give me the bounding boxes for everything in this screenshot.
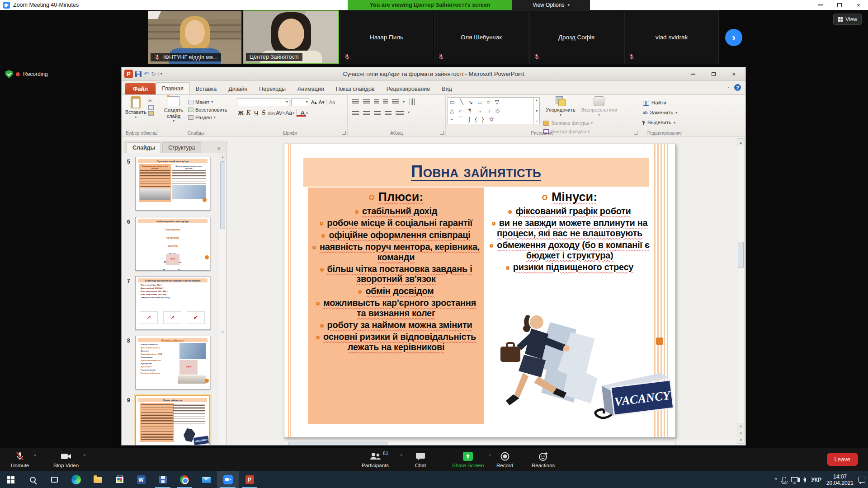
language-indicator[interactable]: УКР	[811, 477, 821, 483]
share-screen-button[interactable]: Share Screen ^	[452, 451, 484, 468]
taskbar-store[interactable]	[108, 471, 130, 488]
copy-icon[interactable]	[148, 105, 154, 110]
tray-mic-icon[interactable]	[782, 477, 786, 483]
reactions-button[interactable]: Reactions	[532, 451, 555, 468]
panel-tab-slides[interactable]: Слайды	[127, 142, 161, 153]
section-button[interactable]: Раздел▾	[188, 113, 227, 121]
quick-styles-button[interactable]: Экспресс-стили ▾	[580, 96, 618, 117]
redo-icon[interactable]: ↻	[151, 70, 156, 77]
italic-button[interactable]: К	[245, 109, 252, 117]
ppt-maximize-button[interactable]	[704, 69, 723, 79]
tab-home[interactable]: Главная	[156, 82, 190, 94]
drawing-dialog-launcher[interactable]	[634, 131, 637, 135]
tab-insert[interactable]: Вставка	[190, 83, 222, 94]
ppt-close-button[interactable]: ×	[724, 69, 743, 79]
taskbar-file-explorer[interactable]	[87, 471, 108, 488]
panel-close-icon[interactable]: ×	[214, 144, 224, 153]
plus-column[interactable]: Плюси: стабільний дохід робоче місце й с…	[308, 188, 484, 424]
stop-video-button[interactable]: Stop Video ^	[53, 451, 79, 468]
text-direction-button[interactable]	[410, 99, 415, 105]
numbering-button[interactable]	[363, 99, 370, 104]
ppt-minimize-button[interactable]	[684, 69, 703, 79]
increase-indent-button[interactable]	[383, 99, 388, 104]
minus-column[interactable]: Мінуси: фіксований графік роботи ви не з…	[488, 188, 651, 277]
undo-icon[interactable]: ↶	[144, 70, 149, 77]
line-spacing-button[interactable]	[392, 99, 399, 104]
antivirus-shield-icon[interactable]	[5, 70, 13, 78]
action-center-icon[interactable]	[859, 477, 865, 483]
slide-thumbnail-6[interactable]: Найпоширеніші типи кар'єри Корпоративна …	[135, 217, 210, 271]
leave-button[interactable]: Leave	[827, 453, 858, 466]
tab-design[interactable]: Дизайн	[222, 83, 253, 94]
hscrollbar-thumb[interactable]	[288, 442, 387, 445]
find-button[interactable]: Найти	[643, 99, 690, 107]
bold-button[interactable]: Ж	[237, 109, 245, 117]
previous-slide-button[interactable]: «	[737, 430, 744, 436]
tab-file[interactable]: Файл	[125, 83, 156, 94]
font-color-button[interactable]: A	[296, 109, 306, 117]
shapes-scrollbar[interactable]: ▲ ▼ ≡	[533, 98, 539, 124]
qat-dropdown-icon[interactable]: ▾	[158, 72, 162, 76]
columns-button[interactable]	[396, 110, 404, 115]
network-icon[interactable]	[791, 477, 798, 482]
collapse-ribbon-icon[interactable]: ›	[726, 87, 731, 88]
taskbar-save-app[interactable]	[152, 471, 174, 488]
view-layout-button[interactable]: View	[833, 14, 862, 25]
scrollbar-thumb[interactable]	[738, 242, 744, 268]
splitter-grip-icon[interactable]: ≡	[220, 329, 225, 334]
save-icon[interactable]	[135, 71, 142, 77]
grow-font-button[interactable]: A▴	[311, 99, 317, 105]
clock[interactable]: 14:07 20.04.2021	[826, 474, 854, 486]
slide-thumbnail-8[interactable]: Формати зайнятості Повна зайнятість Дист…	[135, 336, 210, 389]
slide-canvas[interactable]: Повна зайнятість Плюси: стабільний дохід…	[284, 144, 676, 438]
format-painter-icon[interactable]	[148, 111, 154, 116]
arrange-button[interactable]: Упорядочить ▾	[544, 96, 577, 117]
taskbar-chrome[interactable]	[174, 471, 195, 488]
taskbar-mail[interactable]	[195, 471, 217, 488]
clear-formatting-button[interactable]: Aa	[326, 99, 335, 105]
taskbar-edge[interactable]	[65, 471, 87, 488]
close-button[interactable]: ×	[849, 0, 868, 10]
participant-tile[interactable]: Оля Шебунчак	[434, 10, 528, 64]
participants-chevron[interactable]: ^	[401, 454, 402, 458]
participant-tile[interactable]: vlad svidrak	[624, 10, 719, 64]
underline-button[interactable]: Ч	[252, 109, 260, 117]
shadow-button[interactable]: abc	[268, 110, 275, 116]
character-spacing-button[interactable]: AV	[275, 110, 283, 116]
participant-video-tile[interactable]: ІФНТУНГ відділ ма...	[148, 10, 242, 64]
replace-button[interactable]: abЗаменить▾	[643, 108, 690, 117]
participant-tile[interactable]: Назар Пиль	[340, 10, 433, 64]
share-options-chevron[interactable]: ^	[489, 454, 491, 458]
task-view-button[interactable]	[43, 471, 65, 488]
shrink-font-button[interactable]: A▾	[319, 99, 325, 105]
record-button[interactable]: Record	[496, 451, 513, 468]
panel-scrollbar-thumb[interactable]	[220, 161, 225, 229]
horizontal-scrollbar[interactable]	[284, 441, 676, 445]
font-dialog-launcher[interactable]	[342, 131, 346, 135]
maximize-button[interactable]	[830, 0, 849, 10]
tab-animations[interactable]: Анимация	[292, 83, 330, 94]
tab-view[interactable]: Вид	[436, 83, 458, 94]
taskbar-powerpoint[interactable]: P	[239, 471, 260, 488]
participants-button[interactable]: 61 Participants ^	[362, 451, 389, 468]
help-icon[interactable]: ?	[734, 84, 741, 91]
align-right-button[interactable]	[374, 110, 381, 115]
video-options-chevron[interactable]: ^	[84, 454, 85, 458]
align-center-button[interactable]	[363, 110, 370, 115]
participant-tile[interactable]: Дрозд Софія	[529, 10, 623, 64]
hidden-icons-chevron[interactable]: ^	[775, 477, 778, 483]
strikethrough-button[interactable]: S	[260, 109, 268, 117]
slide-title-placeholder[interactable]: Повна зайнятість	[303, 158, 649, 187]
tab-review[interactable]: Рецензирование	[381, 83, 436, 94]
slide-thumbnail-5[interactable]: Горизонтальний тип кар'єри Плюси горизон…	[135, 157, 210, 211]
minimize-button[interactable]	[811, 0, 830, 10]
powerpoint-logo-icon[interactable]: P	[124, 70, 133, 78]
unmute-button[interactable]: Unmute ^	[11, 451, 29, 468]
font-size-combo[interactable]	[291, 98, 309, 106]
editor-scrollbar[interactable]: ▲ ▼ « «	[737, 138, 745, 444]
taskbar-search[interactable]	[22, 471, 43, 488]
paragraph-dialog-launcher[interactable]	[440, 131, 444, 135]
taskbar-word[interactable]: W	[130, 471, 152, 488]
speaker-icon[interactable]	[803, 478, 806, 482]
shape-fill-button[interactable]: Заливка фигуры▾	[543, 119, 593, 127]
